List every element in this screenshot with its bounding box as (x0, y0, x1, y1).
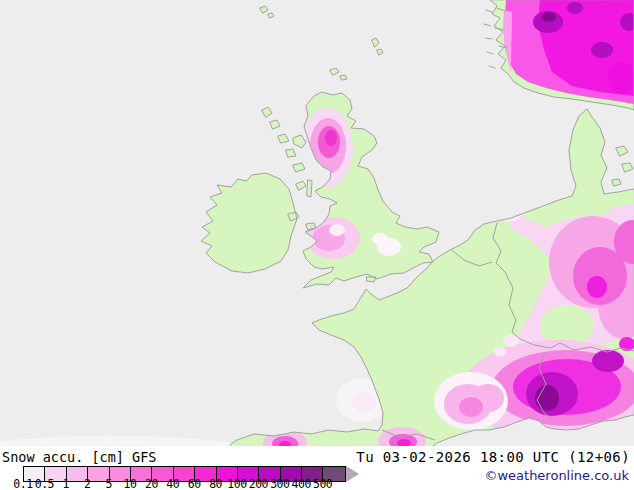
europe-snow-map (0, 0, 634, 446)
legend-bar: Snow accu. [cm] GFS 0.10.512510204060801… (0, 446, 634, 490)
timestamp-label: Tu 03-02-2026 18:00 UTC (12+06) (356, 449, 630, 465)
weather-map-page: Snow accu. [cm] GFS 0.10.512510204060801… (0, 0, 634, 490)
legend-title: Snow accu. [cm] GFS (2, 449, 156, 465)
copyright-label: ©weatheronline.co.uk (484, 468, 629, 483)
map-canvas (0, 0, 634, 446)
legend-value: 500 (310, 478, 336, 490)
